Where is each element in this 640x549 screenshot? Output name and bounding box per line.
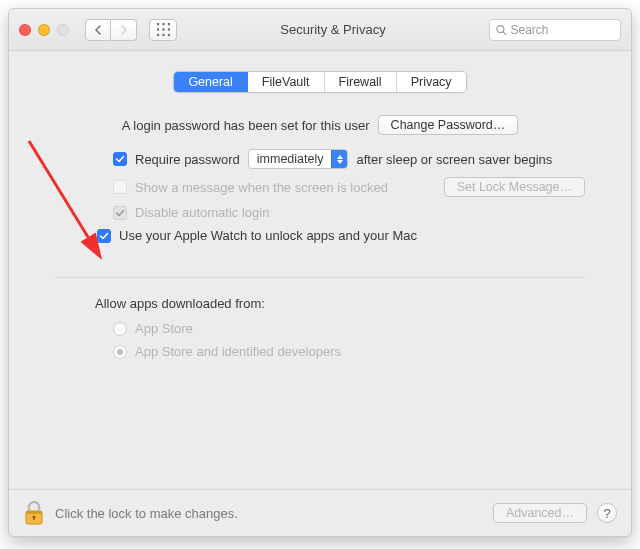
require-password-delay-select[interactable]: immediately <box>248 149 349 169</box>
require-password-label-after: after sleep or screen saver begins <box>356 152 552 167</box>
chevron-right-icon <box>120 25 128 35</box>
help-label: ? <box>603 506 610 521</box>
tab-firewall[interactable]: Firewall <box>325 72 397 92</box>
titlebar: Security & Privacy <box>9 9 631 51</box>
radio-appstore <box>113 322 127 336</box>
apple-watch-label: Use your Apple Watch to unlock apps and … <box>119 228 417 243</box>
allow-apps-title: Allow apps downloaded from: <box>95 296 585 311</box>
help-button[interactable]: ? <box>597 503 617 523</box>
disable-auto-login-row: Disable automatic login <box>113 205 585 220</box>
check-icon <box>99 231 109 241</box>
grid-icon <box>157 23 170 36</box>
close-window-button[interactable] <box>19 24 31 36</box>
allow-option-identified: App Store and identified developers <box>113 344 585 359</box>
svg-rect-7 <box>162 34 164 36</box>
preferences-window: Security & Privacy General FileVault Fir… <box>8 8 632 537</box>
advanced-button: Advanced… <box>493 503 587 523</box>
footer: Click the lock to make changes. Advanced… <box>9 489 631 536</box>
disable-auto-login-checkbox <box>113 206 127 220</box>
svg-rect-2 <box>167 23 169 25</box>
radio-identified-label: App Store and identified developers <box>135 344 341 359</box>
tab-filevault[interactable]: FileVault <box>248 72 325 92</box>
login-password-row: A login password has been set for this u… <box>55 115 585 135</box>
svg-rect-4 <box>162 28 164 30</box>
window-title: Security & Privacy <box>187 22 479 37</box>
radio-appstore-label: App Store <box>135 321 193 336</box>
svg-rect-3 <box>157 28 159 30</box>
check-icon <box>115 208 125 218</box>
divider <box>55 277 585 278</box>
require-password-row: Require password immediately after sleep… <box>113 149 585 169</box>
svg-rect-1 <box>162 23 164 25</box>
forward-button <box>111 19 137 41</box>
svg-rect-5 <box>167 28 169 30</box>
login-password-text: A login password has been set for this u… <box>122 118 370 133</box>
set-lock-message-button: Set Lock Message… <box>444 177 585 197</box>
chevron-left-icon <box>94 25 102 35</box>
window-controls <box>19 24 69 36</box>
updown-arrows-icon <box>331 150 347 168</box>
radio-identified-developers <box>113 345 127 359</box>
tab-privacy[interactable]: Privacy <box>397 72 466 92</box>
tab-bar: General FileVault Firewall Privacy <box>35 71 605 93</box>
apple-watch-checkbox[interactable] <box>97 229 111 243</box>
allow-apps-block: Allow apps downloaded from: App Store Ap… <box>95 296 585 359</box>
search-field-wrap[interactable] <box>489 19 621 41</box>
svg-rect-0 <box>157 23 159 25</box>
require-password-label-before: Require password <box>135 152 240 167</box>
svg-rect-14 <box>33 517 34 520</box>
svg-line-10 <box>503 31 506 34</box>
zoom-window-button <box>57 24 69 36</box>
change-password-button[interactable]: Change Password… <box>378 115 519 135</box>
tab-general[interactable]: General <box>174 72 247 92</box>
lock-icon[interactable] <box>23 500 45 526</box>
check-icon <box>115 154 125 164</box>
disable-auto-login-label: Disable automatic login <box>135 205 269 220</box>
svg-rect-8 <box>167 34 169 36</box>
general-section: A login password has been set for this u… <box>55 115 585 359</box>
svg-rect-6 <box>157 34 159 36</box>
show-all-prefs-button[interactable] <box>149 19 177 41</box>
nav-buttons <box>85 19 137 41</box>
show-message-row: Show a message when the screen is locked… <box>113 177 585 197</box>
back-button[interactable] <box>85 19 111 41</box>
show-message-checkbox <box>113 180 127 194</box>
show-message-label: Show a message when the screen is locked <box>135 180 388 195</box>
apple-watch-row: Use your Apple Watch to unlock apps and … <box>97 228 585 243</box>
svg-rect-12 <box>26 511 42 514</box>
allow-option-appstore: App Store <box>113 321 585 336</box>
minimize-window-button[interactable] <box>38 24 50 36</box>
search-input[interactable] <box>511 23 614 37</box>
require-password-delay-value: immediately <box>257 152 332 166</box>
require-password-checkbox[interactable] <box>113 152 127 166</box>
search-icon <box>496 24 507 36</box>
lock-text: Click the lock to make changes. <box>55 506 238 521</box>
pane-body: General FileVault Firewall Privacy A log… <box>9 51 631 489</box>
